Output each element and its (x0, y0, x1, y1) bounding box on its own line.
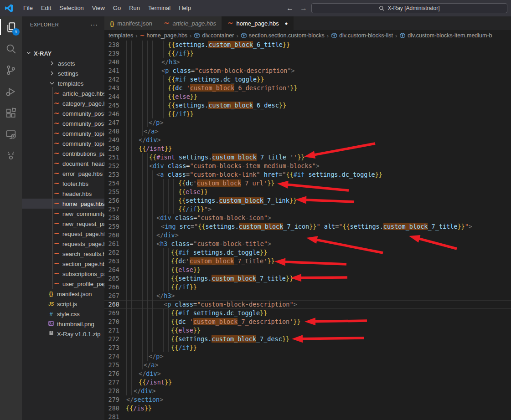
sidebar-item-header-hbs[interactable]: ~header.hbs (22, 189, 104, 199)
code-line-242[interactable]: 242{{#if settings.dc_toggle}} (104, 75, 511, 84)
code-line-272[interactable]: 272{{settings.custom_block_7_desc}} (104, 335, 511, 343)
menu-help[interactable]: Help (175, 0, 195, 16)
code-line-243[interactable]: 243{{dc 'custom_block_6_description'}} (104, 84, 511, 92)
sidebar-item-x-ray-v1-0-1-zip[interactable]: X-Ray v1.0.1.zip (22, 329, 104, 339)
code-line-238[interactable]: 238{{settings.custom_block_6_title}} (104, 41, 511, 49)
breadcrumb-item-div-custom-blocks-item-medium-b[interactable]: div.custom-blocks-item.medium-b (399, 32, 492, 39)
code-line-269[interactable]: 269{{#if settings.dc_toggle}} (104, 309, 511, 318)
sidebar-item-home-page-hbs[interactable]: ~home_page.hbs (22, 199, 104, 209)
sidebar-item-script-js[interactable]: JSscript.js (22, 299, 104, 309)
activity-search-icon[interactable] (0, 38, 22, 59)
code-line-241[interactable]: 241<p class="custom-block-description"> (104, 67, 511, 75)
code-line-264[interactable]: 264{{else}} (104, 266, 511, 274)
back-arrow-icon[interactable]: ← (286, 4, 294, 12)
sidebar-item-search-results-hbs[interactable]: ~search_results.hbs (22, 249, 104, 259)
menu-terminal[interactable]: Terminal (144, 0, 175, 16)
code-line-276[interactable]: 276</div> (104, 369, 511, 378)
sidebar-item-contributions-page[interactable]: ~contributions_page.... (22, 149, 104, 159)
activity-source-control-icon[interactable] (0, 59, 22, 81)
code-line-278[interactable]: 278</div> (104, 387, 511, 395)
sidebar-item-request-page-hbs[interactable]: ~request_page.hbs (22, 229, 104, 239)
sidebar-item-subscriptions-page[interactable]: ~subscriptions_page.... (22, 269, 104, 279)
sidebar-item-community-post-pa[interactable]: ~community_post_pa... (22, 118, 104, 128)
tree-root-x-ray[interactable]: X-RAY (22, 48, 104, 58)
sidebar-item-category-page-hbs[interactable]: ~category_page.hbs (22, 98, 104, 108)
command-center-search[interactable]: X-Ray [Administrator] (311, 3, 507, 13)
code-line-239[interactable]: 239{{/if}} (104, 49, 511, 58)
sidebar-folder-templates[interactable]: templates (22, 78, 104, 88)
code-line-267[interactable]: 267</h3> (104, 292, 511, 300)
code-line-252[interactable]: 252<div class="custom-blocks-item medium… (104, 162, 511, 170)
sidebar-item-document-head-hbs[interactable]: ~document_head.hbs (22, 159, 104, 169)
code-editor[interactable]: 238{{settings.custom_block_6_title}}239{… (104, 41, 511, 420)
more-actions-icon[interactable]: ··· (90, 21, 98, 28)
sidebar-folder-assets[interactable]: assets (22, 58, 104, 68)
menu-view[interactable]: View (88, 0, 109, 16)
sidebar-item-requests-page-hbs[interactable]: ~requests_page.hbs (22, 239, 104, 249)
sidebar-item-manifest-json[interactable]: {}manifest.json (22, 289, 104, 299)
code-line-246[interactable]: 246{{/if}} (104, 110, 511, 118)
code-line-265[interactable]: 265{{settings.custom_block_7_title}} (104, 274, 511, 283)
code-line-253[interactable]: 253<a class="custom-block-link" href="{{… (104, 170, 511, 179)
code-line-262[interactable]: 262{{#if settings.dc_toggle}} (104, 248, 511, 257)
activity-run-debug-icon[interactable] (0, 81, 22, 102)
breadcrumb-item-home-page-hbs[interactable]: ~home_page.hbs (140, 32, 188, 39)
sidebar-item-new-request-page-h[interactable]: ~new_request_page.h... (22, 219, 104, 229)
code-line-247[interactable]: 247</p> (104, 118, 511, 127)
code-line-281[interactable]: 281 (104, 413, 511, 420)
code-line-258[interactable]: 258<div class="custom-block-icon"> (104, 214, 511, 222)
code-line-273[interactable]: 273{{/if}} (104, 343, 511, 352)
code-line-254[interactable]: 254{{dc'custom_block_7_url'}} (104, 179, 511, 188)
breadcrumb-item-div-custom-blocks-list[interactable]: div.custom-blocks-list (331, 32, 393, 39)
code-line-280[interactable]: 280{{/is}} (104, 404, 511, 413)
tab-home-page-hbs[interactable]: ~home_page.hbs● (222, 16, 294, 30)
activity-extension-face-icon[interactable] (0, 145, 22, 166)
code-line-275[interactable]: 275</a> (104, 361, 511, 369)
code-line-255[interactable]: 255{{else}} (104, 188, 511, 196)
code-line-279[interactable]: 279</section> (104, 395, 511, 404)
breadcrumb-item-div-container[interactable]: div.container (194, 32, 234, 39)
sidebar-item-new-community-po[interactable]: ~new_community_po... (22, 209, 104, 219)
code-line-261[interactable]: 261<h3 class="custom-block-title"> (104, 240, 511, 248)
code-line-256[interactable]: 256{{settings.custom_block_7_link}} (104, 196, 511, 205)
code-line-277[interactable]: 277{{/isnt}} (104, 378, 511, 387)
activity-extensions-icon[interactable] (0, 102, 22, 123)
code-line-259[interactable]: 259<img src="{{settings.custom_block_7_i… (104, 222, 511, 231)
activity-files-icon[interactable]: 1 (0, 16, 22, 38)
sidebar-item-article-page-hbs[interactable]: ~article_page.hbs (22, 88, 104, 98)
sidebar-item-community-topic-pa[interactable]: ~community_topic_pa... (22, 138, 104, 149)
sidebar-item-community-topic-lis[interactable]: ~community_topic_lis... (22, 128, 104, 138)
sidebar-item-thumbnail-png[interactable]: thumbnail.png (22, 319, 104, 329)
code-line-274[interactable]: 274</p> (104, 352, 511, 361)
forward-arrow-icon[interactable]: → (300, 4, 307, 12)
code-line-251[interactable]: 251{{#isnt settings.custom_block_7_title… (104, 153, 511, 162)
menu-file[interactable]: File (19, 0, 37, 16)
sidebar-item-error-page-hbs[interactable]: ~error_page.hbs (22, 169, 104, 179)
activity-remote-explorer-icon[interactable] (0, 123, 22, 145)
sidebar-item-section-page-hbs[interactable]: ~section_page.hbs (22, 259, 104, 269)
sidebar-item-footer-hbs[interactable]: ~footer.hbs (22, 179, 104, 189)
sidebar-item-user-profile-page-hbs[interactable]: ~user_profile_page.hbs (22, 279, 104, 289)
code-line-270[interactable]: 270{{dc 'custom_block_7_description'}} (104, 318, 511, 326)
code-line-260[interactable]: 260</div> (104, 231, 511, 240)
sidebar-item-community-post-list[interactable]: ~community_post_list... (22, 108, 104, 118)
tab-manifest-json[interactable]: {}manifest.json (104, 16, 158, 30)
code-line-263[interactable]: 263{{dc'custom_block_7_title'}} (104, 257, 511, 266)
code-line-266[interactable]: 266{{/if}} (104, 283, 511, 292)
code-line-248[interactable]: 248</a> (104, 127, 511, 136)
tab-article-page-hbs[interactable]: ~article_page.hbs (158, 16, 222, 30)
code-line-240[interactable]: 240</h3> (104, 58, 511, 67)
sidebar-item-style-css[interactable]: #style.css (22, 309, 104, 319)
code-line-268[interactable]: 268<p class="custom-block-description"> (104, 300, 511, 309)
menu-go[interactable]: Go (109, 0, 125, 16)
sidebar-folder-settings[interactable]: settings (22, 68, 104, 78)
code-line-257[interactable]: 257{{/if}}"> (104, 205, 511, 214)
code-line-245[interactable]: 245{{settings.custom_block_6_desc}} (104, 101, 511, 110)
code-line-271[interactable]: 271{{else}} (104, 326, 511, 335)
menu-edit[interactable]: Edit (37, 0, 55, 16)
code-line-249[interactable]: 249</div> (104, 136, 511, 144)
breadcrumb-item-section-section-custom-blocks[interactable]: section.section.custom-blocks (241, 32, 325, 39)
breadcrumb-item-templates[interactable]: templates (108, 32, 133, 39)
menu-run[interactable]: Run (125, 0, 144, 16)
code-line-250[interactable]: 250{{/isnt}} (104, 144, 511, 153)
